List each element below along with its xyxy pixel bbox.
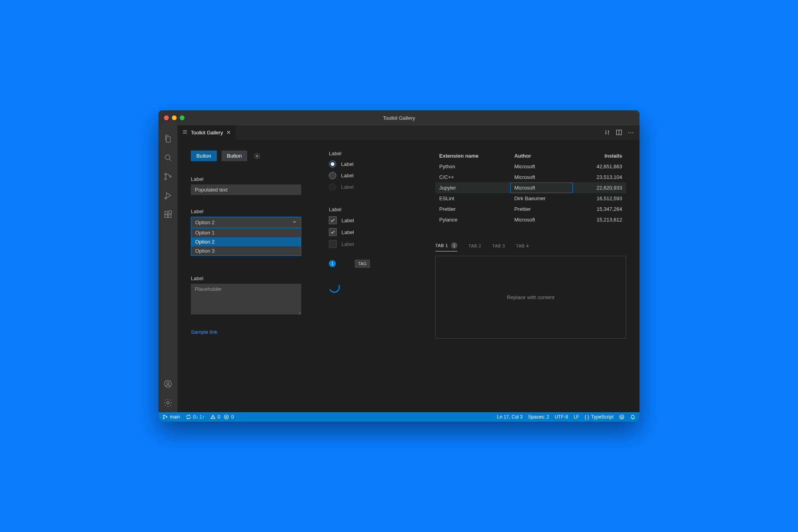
svg-point-2 [165,178,166,180]
svg-rect-13 [183,132,187,132]
table-row[interactable]: Pylance Microsoft 15,213,612 [435,214,626,225]
radio-label: Label [341,161,354,167]
svg-point-1 [165,173,166,175]
svg-point-17 [256,155,258,157]
editor-tab-bar: Toolkit Gallery ✕ ⋯ [177,125,640,140]
svg-point-22 [620,415,624,419]
close-window-button[interactable] [164,115,169,120]
dropdown-option[interactable]: Option 3 [191,246,301,255]
text-field-input[interactable] [191,184,301,195]
table-row[interactable]: C/C++ Microsoft 23,513,104 [435,172,626,182]
status-language[interactable]: { } TypeScript [585,414,613,420]
minimize-window-button[interactable] [172,115,177,120]
extensions-data-grid: Extension name Author Installs Python Mi… [435,151,626,225]
dropdown-label: Label [191,208,301,214]
gear-icon[interactable] [252,151,262,161]
svg-point-24 [622,417,623,417]
svg-point-19 [163,418,164,419]
close-icon[interactable]: ✕ [226,129,231,136]
status-branch[interactable]: main [162,414,180,420]
radio-label: Label [341,184,354,190]
panel-tab-4[interactable]: TAB 4 [516,240,529,251]
status-sync[interactable]: 0↓ 1↑ [186,414,205,420]
extensions-icon[interactable] [158,205,177,224]
editor-tab-label: Toolkit Gallery [191,130,223,136]
editor-tab-toolkit-gallery[interactable]: Toolkit Gallery ✕ [177,125,236,140]
sync-icon [186,414,191,420]
status-cursor[interactable]: Ln 17, Col 3 [497,414,523,420]
explorer-icon[interactable] [158,129,177,148]
checkbox-label: Label [341,229,354,235]
status-indent[interactable]: Spaces: 2 [528,414,549,420]
radio-option[interactable]: Label [329,172,408,179]
checkbox-option[interactable]: Label [329,228,408,236]
editor-actions: ⋯ [604,125,640,140]
tab-badge: 1 [451,242,457,249]
dropdown-option[interactable]: Option 2 [191,237,301,246]
title-bar: Toolkit Gallery [158,110,640,125]
braces-icon: { } [585,414,589,420]
secondary-button[interactable]: Button [222,151,248,161]
status-problems[interactable]: 0 0 [210,414,234,420]
radio-option-disabled: Label [329,183,408,191]
dropdown: Option 2 Option 1 Option 2 Option 3 [191,217,301,256]
run-debug-icon[interactable] [158,186,177,205]
textarea-input[interactable] [191,284,301,314]
svg-rect-14 [183,133,187,133]
panel-tab-1[interactable]: TAB 1 1 [435,240,457,251]
source-control-icon[interactable] [158,167,177,186]
dropdown-list: Option 1 Option 2 Option 3 [191,228,301,256]
primary-button[interactable]: Button [191,151,217,161]
dropdown-button[interactable]: Option 2 [191,217,301,228]
table-row[interactable]: ESLint Dirk Baeumer 16,512,593 [435,193,626,204]
status-eol[interactable]: LF [574,414,579,420]
table-row-selected[interactable]: Jupyter Microsoft 22,620,933 [435,182,626,193]
dropdown-option[interactable]: Option 1 [191,228,301,237]
progress-spinner-icon [327,280,341,294]
checkbox-option-disabled: Label [329,240,408,248]
svg-rect-6 [165,215,168,218]
window-title: Toolkit Gallery [158,115,640,121]
table-row[interactable]: Prettier Prettier 15,347,264 [435,204,626,214]
sample-link[interactable]: Sample link [191,329,217,335]
svg-rect-5 [165,211,168,214]
checkbox-icon [329,240,337,248]
search-icon[interactable] [158,148,177,167]
count-badge: 1 [329,260,336,267]
grid-header-installs[interactable]: Installs [573,151,626,161]
svg-point-23 [621,417,621,417]
svg-point-10 [167,382,169,384]
panel-tab-2[interactable]: TAB 2 [468,240,481,251]
svg-point-11 [167,402,169,404]
split-editor-icon[interactable] [616,129,622,136]
grid-header-author[interactable]: Author [510,151,572,161]
panel-content: Replace with content [435,256,626,339]
grid-header-name[interactable]: Extension name [435,151,510,161]
svg-point-4 [165,197,166,199]
status-notifications-icon[interactable] [630,414,636,420]
status-encoding[interactable]: UTF-8 [555,414,568,420]
maximize-window-button[interactable] [180,115,185,120]
table-row[interactable]: Python Microsoft 42,651,663 [435,161,626,172]
svg-point-0 [165,155,170,160]
window-controls [158,115,185,120]
checkbox-icon [329,228,337,236]
app-window: Toolkit Gallery [158,110,640,422]
activity-bar [158,125,177,412]
account-icon[interactable] [158,374,177,393]
checkbox-group-label: Label [329,206,408,212]
compare-changes-icon[interactable] [604,129,610,136]
textarea-label: Label [191,275,301,281]
svg-point-18 [163,415,164,416]
radio-icon [329,172,336,179]
radio-option[interactable]: Label [329,160,408,168]
status-feedback-icon[interactable] [619,414,625,420]
status-bar: main 0↓ 1↑ 0 0 Ln 17, Col 3 Spaces: 2 UT… [158,412,640,422]
settings-gear-icon[interactable] [158,393,177,412]
tag-chip: TAG [355,260,370,268]
svg-rect-8 [169,211,172,214]
checkbox-option[interactable]: Label [329,216,408,224]
checkbox-icon [329,216,337,224]
more-actions-icon[interactable]: ⋯ [628,129,634,136]
panel-tab-3[interactable]: TAB 3 [492,240,505,251]
